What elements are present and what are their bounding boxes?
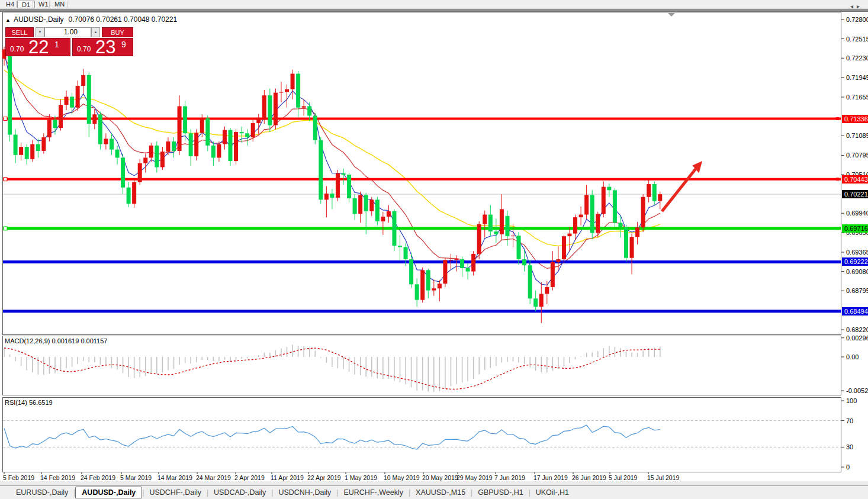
date-axis-label: 20 May 2019	[422, 474, 458, 481]
buy-price-prefix: 0.70	[77, 45, 91, 53]
toolbar-divider	[33, 1, 33, 8]
rsi-axis-tick-label: 0	[846, 463, 850, 471]
buy-price-pip: 9	[121, 40, 126, 49]
volume-increase-button[interactable]: ▲	[91, 27, 100, 37]
date-axis-label: 5 Feb 2019	[3, 474, 34, 481]
spinner-up-icon: ▲	[94, 30, 98, 34]
chart-tab-usdchf-daily[interactable]: USDCHF-,Daily	[144, 487, 207, 498]
price-axis-tick-label: 0.70795	[846, 152, 868, 159]
date-axis-label: 14 Feb 2019	[40, 474, 75, 481]
rsi-axis-tick-label: 30	[846, 443, 853, 450]
price-axis-tick-label: 0.71085	[846, 132, 868, 139]
price-axis-tick-label: 0.68220	[846, 326, 868, 333]
chart-tab-audusd-daily[interactable]: AUDUSD-,Daily	[75, 487, 142, 498]
sell-button[interactable]: SELL	[5, 27, 34, 37]
date-axis-label: 5 Mar 2019	[120, 474, 152, 481]
line-handle[interactable]	[836, 117, 839, 120]
volume-input[interactable]: 1.00	[44, 27, 91, 37]
price-axis-tick-label: 0.72800	[846, 16, 868, 23]
date-axis-label: 10 May 2019	[384, 474, 420, 481]
price-axis-tick-label: 0.72515	[846, 36, 868, 43]
chart-tab-eurchf-weekly[interactable]: EURCHF-,Weekly	[338, 487, 408, 498]
toolbar-divider	[49, 1, 50, 8]
spinner-down-icon: ▼	[38, 30, 42, 34]
chart-tab-ukoil-h1[interactable]: UKOil-,H1	[531, 487, 574, 498]
line-handle[interactable]	[4, 178, 7, 181]
date-axis-label: 24 Feb 2019	[81, 474, 115, 481]
chart-tab-xauusd-m15[interactable]: XAUUSD-,M15	[410, 487, 471, 498]
price-tag-label: 0.70443	[842, 175, 868, 183]
price-tag-label: 0.69716	[842, 224, 868, 233]
toolbar-divider	[16, 1, 17, 8]
line-handle[interactable]	[4, 227, 7, 230]
chart-tab-gbpusd-h1[interactable]: GBPUSD-,H1	[472, 487, 528, 498]
macd-axis-tick-label: 0.00	[846, 353, 859, 360]
price-axis-tick-label: 0.72230	[846, 54, 868, 62]
date-axis-label: 17 Jun 2019	[533, 474, 568, 481]
price-axis-tick-label: 0.71945	[846, 74, 868, 81]
symbol-title: AUDUSD-,Daily	[14, 15, 64, 24]
date-axis-label: 26 Jun 2019	[572, 474, 606, 481]
date-axis-label: 22 Apr 2019	[307, 474, 341, 481]
chart-canvas	[0, 0, 868, 499]
buy-button[interactable]: BUY	[102, 27, 133, 37]
price-axis-tick-label: 0.69365	[846, 249, 868, 256]
date-axis-label: 1 May 2019	[345, 474, 377, 481]
date-axis-label: 5 Jul 2019	[609, 474, 637, 481]
rsi-axis-tick-label: 100	[846, 397, 857, 404]
price-tag-label: 0.68494	[842, 307, 868, 316]
window-splitter-bar	[0, 9, 868, 12]
bottom-splitter	[0, 481, 868, 485]
date-axis-label: 2 Apr 2019	[234, 474, 265, 481]
price-axis-tick-label: 0.69080	[846, 268, 868, 275]
date-axis-label: 29 May 2019	[456, 474, 493, 481]
date-axis-label: 14 Mar 2019	[157, 474, 192, 481]
trading-platform-window: H4 D1 W1 MN ▲AUDUSD-,Daily0.70076 0.7026…	[0, 0, 868, 499]
line-handle[interactable]	[4, 117, 7, 121]
macd-indicator-label: MACD(12,26,9) 0.001619 0.001157	[5, 337, 107, 345]
toolbar-divider	[67, 1, 67, 8]
price-tag-label: 0.69222	[842, 257, 868, 266]
price-tag-label: 0.70221	[842, 190, 868, 198]
line-handle[interactable]	[836, 227, 839, 230]
date-axis-label: 15 Jul 2019	[647, 474, 679, 481]
chart-tab-eurusd-daily[interactable]: EURUSD-,Daily	[11, 487, 73, 498]
price-axis-tick-label: 0.71655	[846, 94, 868, 101]
chart-title-bar: ▲AUDUSD-,Daily0.70076 0.70261 0.70048 0.…	[5, 15, 177, 24]
volume-decrease-button[interactable]: ▼	[36, 27, 44, 37]
price-axis-tick-label: 0.69940	[846, 210, 868, 217]
price-tag-label: 0.71336	[842, 115, 868, 123]
chart-tab-usdcad-daily[interactable]: USDCAD-,Daily	[208, 487, 271, 498]
tab-scroll-right-icon[interactable]: ▸	[857, 3, 863, 9]
sell-price-prefix: 0.70	[10, 45, 24, 53]
buy-price-main: 23	[95, 37, 115, 58]
tab-scroll-left-icon[interactable]: ◂	[850, 3, 857, 9]
ohlc-readout: 0.70076 0.70261 0.70048 0.70221	[69, 15, 178, 24]
line-handle[interactable]	[836, 178, 839, 181]
collapse-panel-icon[interactable]: ▲	[5, 17, 11, 23]
buy-quote-button[interactable]: 0.70 23 9	[72, 38, 133, 56]
timeframe-toolbar: H4 D1 W1 MN	[0, 0, 868, 9]
sell-quote-button[interactable]: 0.70 22 1	[5, 38, 70, 56]
macd-axis-tick-label: 0.002962	[846, 334, 868, 342]
chart-tab-usdcnh-daily[interactable]: USDCNH-,Daily	[273, 487, 336, 498]
sell-price-pip: 1	[54, 40, 59, 49]
price-axis-tick-label: 0.68795	[846, 287, 868, 294]
timeframe-button-mn[interactable]: MN	[50, 1, 69, 8]
rsi-axis-tick-label: 70	[846, 417, 853, 424]
rsi-indicator-label: RSI(14) 56.6519	[5, 399, 53, 406]
rsi-panel	[3, 398, 841, 472]
date-axis-label: 11 Apr 2019	[271, 474, 304, 481]
tab-scroll-arrows[interactable]: ◂▸	[850, 3, 863, 9]
chart-tab-bar: EURUSD-,Daily|AUDUSD-,Daily|USDCHF-,Dail…	[0, 485, 868, 499]
sell-price-main: 22	[28, 37, 49, 58]
macd-axis-tick-label: -0.005255	[846, 387, 868, 394]
date-axis-label: 24 Mar 2019	[196, 474, 231, 481]
date-axis-label: 7 Jun 2019	[494, 474, 525, 481]
